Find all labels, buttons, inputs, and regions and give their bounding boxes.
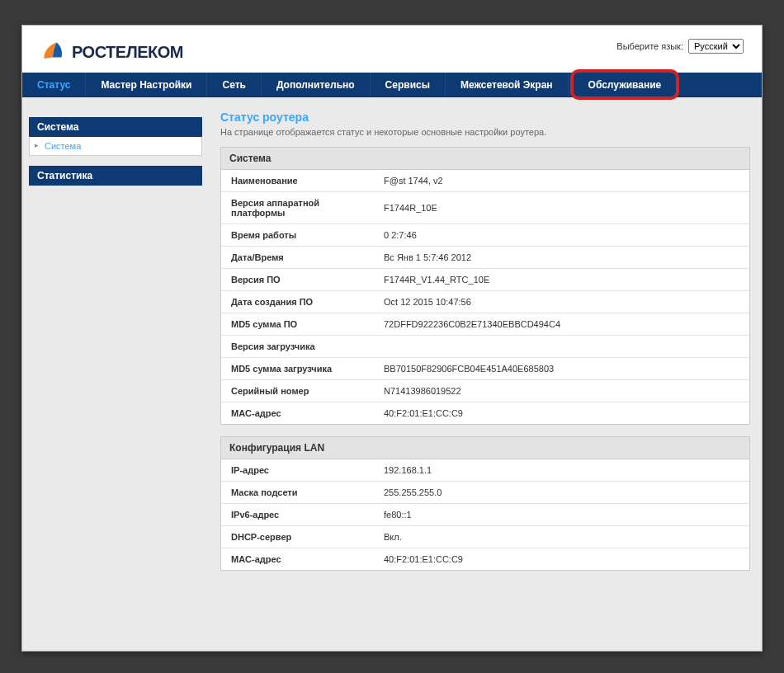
- nav-network[interactable]: Сеть: [207, 73, 261, 96]
- sidebar-block-system: Система Система: [29, 117, 202, 156]
- nav-advanced[interactable]: Дополнительно: [262, 73, 371, 96]
- main-nav: Статус Мастер Настройки Сеть Дополнитель…: [22, 73, 762, 97]
- table-row: Дата/ВремяВс Янв 1 5:7:46 2012: [221, 247, 749, 269]
- sidebar: Система Система Статистика: [22, 97, 209, 652]
- sidebar-header-stats[interactable]: Статистика: [29, 166, 202, 186]
- system-row-value: 72DFFD922236C0B2E71340EBBCD494C4: [374, 313, 749, 336]
- page-title: Статус роутера: [220, 111, 750, 124]
- system-row-label: Версия аппаратной платформы: [221, 192, 374, 224]
- sidebar-block-stats: Статистика: [29, 166, 202, 186]
- system-row-value: F1744R_V1.44_RTC_10E: [374, 269, 749, 291]
- panel-system-body: НаименованиеF@st 1744, v2Версия аппаратн…: [221, 170, 749, 424]
- nav-maintenance[interactable]: Обслуживание: [570, 69, 680, 100]
- system-row-value: [374, 336, 749, 358]
- table-row: Дата создания ПОOct 12 2015 10:47:56: [221, 291, 749, 313]
- system-row-value: BB70150F82906FCB04E451A40E685803: [374, 358, 749, 380]
- system-row-value: F@st 1744, v2: [374, 170, 749, 192]
- panel-lan-head: Конфигурация LAN: [221, 437, 749, 459]
- lan-row-label: IP-адрес: [221, 459, 374, 482]
- logo: РОСТЕЛЕКОМ: [40, 39, 183, 66]
- system-row-label: Дата/Время: [221, 247, 374, 269]
- table-row: IPv6-адресfe80::1: [221, 504, 749, 526]
- lan-row-value: 255.255.255.0: [374, 482, 749, 504]
- system-row-value: N71413986019522: [374, 380, 749, 402]
- brand-text: РОСТЕЛЕКОМ: [72, 43, 183, 62]
- table-row: Серийный номерN71413986019522: [221, 380, 749, 402]
- table-row: Версия загрузчика: [221, 336, 749, 358]
- system-row-value: Вс Янв 1 5:7:46 2012: [374, 247, 749, 269]
- system-row-value: F1744R_10E: [374, 192, 749, 224]
- system-row-value: 0 2:7:46: [374, 224, 749, 247]
- content: Система Система Статистика Статус роутер…: [22, 97, 762, 652]
- table-row: MD5 сумма загрузчикаBB70150F82906FCB04E4…: [221, 358, 749, 380]
- table-row: Время работы0 2:7:46: [221, 224, 749, 247]
- router-admin-page: РОСТЕЛЕКОМ Выберите язык: Русский Статус…: [21, 25, 763, 652]
- table-row: MAC-адрес40:F2:01:E1:CC:C9: [221, 402, 749, 425]
- lan-row-value: 192.168.1.1: [374, 459, 749, 482]
- system-row-label: Наименование: [221, 170, 374, 192]
- system-table: НаименованиеF@st 1744, v2Версия аппаратн…: [221, 170, 749, 424]
- language-selector: Выберите язык: Русский: [616, 39, 744, 54]
- system-row-label: Версия загрузчика: [221, 336, 374, 358]
- lang-label: Выберите язык:: [616, 41, 683, 51]
- table-row: НаименованиеF@st 1744, v2: [221, 170, 749, 192]
- lan-row-value: fe80::1: [374, 504, 749, 526]
- system-row-label: MD5 сумма загрузчика: [221, 358, 374, 380]
- system-row-label: Версия ПО: [221, 269, 374, 291]
- page-subtitle: На странице отображается статус и некото…: [220, 127, 750, 137]
- nav-wizard[interactable]: Мастер Настройки: [86, 73, 207, 96]
- table-row: IP-адрес192.168.1.1: [221, 459, 749, 482]
- system-row-label: Серийный номер: [221, 380, 374, 402]
- panel-lan-body: IP-адрес192.168.1.1Маска подсети255.255.…: [221, 459, 749, 570]
- lan-row-label: MAC-адрес: [221, 548, 374, 571]
- lan-row-label: DHCP-сервер: [221, 526, 374, 548]
- main-area: Статус роутера На странице отображается …: [209, 97, 762, 652]
- table-row: MAC-адрес40:F2:01:E1:CC:C9: [221, 548, 749, 571]
- lan-row-label: IPv6-адрес: [221, 504, 374, 526]
- system-row-label: Дата создания ПО: [221, 291, 374, 313]
- table-row: MD5 сумма ПО72DFFD922236C0B2E71340EBBCD4…: [221, 313, 749, 336]
- system-row-label: Время работы: [221, 224, 374, 247]
- header: РОСТЕЛЕКОМ Выберите язык: Русский: [22, 26, 762, 73]
- panel-system: Система НаименованиеF@st 1744, v2Версия …: [220, 147, 750, 425]
- table-row: Маска подсети255.255.255.0: [221, 482, 749, 504]
- table-row: Версия аппаратной платформыF1744R_10E: [221, 192, 749, 224]
- rostelecom-logo-icon: [40, 39, 65, 66]
- lan-row-value: 40:F2:01:E1:CC:C9: [374, 548, 749, 571]
- lan-table: IP-адрес192.168.1.1Маска подсети255.255.…: [221, 459, 749, 570]
- system-row-value: 40:F2:01:E1:CC:C9: [374, 402, 749, 425]
- sidebar-header-system[interactable]: Система: [29, 117, 202, 137]
- lang-dropdown[interactable]: Русский: [688, 39, 744, 54]
- sidebar-item-system[interactable]: Система: [29, 137, 202, 156]
- nav-services[interactable]: Сервисы: [371, 73, 446, 96]
- nav-firewall[interactable]: Межсетевой Экран: [446, 73, 569, 96]
- lan-row-label: Маска подсети: [221, 482, 374, 504]
- table-row: Версия ПОF1744R_V1.44_RTC_10E: [221, 269, 749, 291]
- system-row-value: Oct 12 2015 10:47:56: [374, 291, 749, 313]
- panel-system-head: Система: [221, 148, 749, 170]
- system-row-label: MAC-адрес: [221, 402, 374, 425]
- panel-lan: Конфигурация LAN IP-адрес192.168.1.1Маск…: [220, 436, 750, 571]
- nav-status[interactable]: Статус: [22, 73, 86, 96]
- system-row-label: MD5 сумма ПО: [221, 313, 374, 336]
- table-row: DHCP-серверВкл.: [221, 526, 749, 548]
- lan-row-value: Вкл.: [374, 526, 749, 548]
